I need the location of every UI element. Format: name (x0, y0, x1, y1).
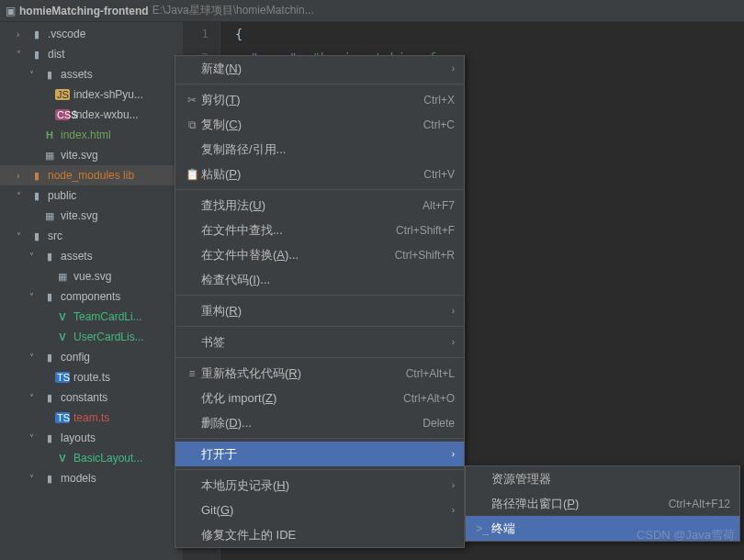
menu-label: Git(G) (201, 503, 446, 517)
tree-item[interactable]: ▦vite.svg (0, 206, 183, 226)
tree-item[interactable]: ˅▮layouts (0, 428, 183, 448)
menu-item[interactable]: 查找用法(U)Alt+F7 (175, 193, 464, 218)
menu-item[interactable]: 在文件中查找...Ctrl+Shift+F (175, 218, 464, 242)
menu-item[interactable]: 修复文件上的 IDE (175, 522, 464, 547)
menu-label: 复制路径/引用... (201, 141, 455, 158)
tree-item[interactable]: TSteam.ts (0, 408, 183, 428)
expand-arrow-icon[interactable]: ˅ (17, 191, 29, 201)
menu-label: 书签 (201, 334, 446, 351)
tree-item[interactable]: VUserCardLis... (0, 327, 183, 347)
expand-arrow-icon[interactable]: ˅ (17, 231, 29, 241)
expand-arrow-icon[interactable]: › (17, 29, 29, 39)
menu-item[interactable]: ✂剪切(T)Ctrl+X (175, 87, 464, 112)
menu-item[interactable]: 打开于› (175, 442, 464, 466)
project-title: homieMatching-frontend (19, 5, 149, 17)
menu-item[interactable]: 书签› (175, 330, 464, 354)
tree-item-label: index.html (61, 129, 111, 141)
tree-item-label: src (48, 230, 62, 242)
tree-item[interactable]: ˅▮dist (0, 44, 183, 64)
menu-shortcut: Alt+F7 (423, 199, 455, 212)
submenu-item[interactable]: 路径弹出窗口(P)Ctrl+Alt+F12 (466, 491, 739, 516)
menu-item[interactable]: 新建(N)› (175, 56, 464, 81)
folder-icon: ▣ (6, 5, 16, 17)
tree-item-label: models (61, 472, 96, 485)
tree-item[interactable]: ›▮node_modules lib (0, 165, 183, 185)
menu-item[interactable]: 重构(R)› (175, 298, 464, 323)
menu-label: 优化 import(Z) (201, 390, 403, 407)
menu-label: 粘贴(P) (201, 166, 423, 183)
menu-shortcut: Ctrl+Alt+L (406, 367, 455, 380)
expand-arrow-icon[interactable]: ˅ (29, 433, 42, 443)
menu-label: 重新格式化代码(R) (201, 365, 406, 382)
submenu-arrow-icon: › (452, 505, 455, 515)
tree-item-label: constants (61, 391, 107, 404)
tree-item[interactable]: ˅▮public (0, 185, 183, 206)
menu-item[interactable]: 📋粘贴(P)Ctrl+V (175, 162, 464, 186)
menu-item[interactable]: 优化 import(Z)Ctrl+Alt+O (175, 386, 464, 410)
tree-item-label: layouts (61, 431, 96, 444)
tree-item[interactable]: ˅▮components (0, 286, 183, 307)
tree-item[interactable]: TSroute.ts (0, 367, 183, 387)
tree-item[interactable]: ˅▮models (0, 468, 183, 488)
tree-item-label: dist (48, 48, 65, 61)
menu-shortcut: Ctrl+X (423, 94, 455, 106)
tree-item[interactable]: ˅▮config (0, 347, 183, 367)
tree-item-label: index-shPyu... (73, 88, 143, 101)
menu-icon: 📋 (183, 168, 201, 181)
tree-item[interactable]: ›▮.vscode (0, 24, 183, 44)
tree-item[interactable]: ▦vue.svg (0, 266, 183, 286)
expand-arrow-icon[interactable]: ˅ (29, 292, 42, 302)
project-header: ▣ homieMatching-frontend E:\Java星球项目\hom… (0, 0, 744, 22)
submenu-arrow-icon: › (452, 337, 455, 347)
expand-arrow-icon[interactable]: ˅ (29, 474, 42, 484)
context-menu[interactable]: 新建(N)›✂剪切(T)Ctrl+X⧉复制(C)Ctrl+C复制路径/引用...… (175, 55, 465, 548)
submenu-arrow-icon: › (452, 480, 455, 490)
tree-item-label: assets (61, 68, 93, 81)
tree-item-label: components (61, 290, 120, 303)
tree-item[interactable]: JSindex-shPyu... (0, 84, 183, 105)
menu-item[interactable]: Git(G)› (175, 498, 464, 522)
expand-arrow-icon[interactable]: ˅ (29, 353, 42, 363)
expand-arrow-icon[interactable]: ˅ (29, 393, 42, 403)
tree-item[interactable]: ▦vite.svg (0, 145, 183, 165)
tree-item[interactable]: Hindex.html (0, 125, 183, 145)
tree-item-label: vue.svg (73, 270, 111, 283)
tree-item[interactable]: ˅▮constants (0, 387, 183, 408)
menu-shortcut: Ctrl+V (423, 168, 455, 181)
menu-label: 检查代码(I)... (201, 272, 455, 288)
menu-label: 资源管理器 (491, 471, 730, 487)
expand-arrow-icon[interactable]: ˅ (17, 50, 29, 60)
submenu-arrow-icon: › (452, 63, 455, 73)
menu-label: 在文件中替换(A)... (201, 247, 395, 263)
expand-arrow-icon[interactable]: ˅ (29, 70, 42, 80)
menu-item[interactable]: 在文件中替换(A)...Ctrl+Shift+R (175, 242, 464, 267)
tree-item[interactable]: ˅▮assets (0, 64, 183, 84)
menu-shortcut: Ctrl+Alt+F12 (669, 498, 730, 510)
menu-shortcut: Ctrl+Alt+O (403, 392, 455, 405)
menu-label: 打开于 (201, 446, 446, 463)
menu-icon: >_ (473, 522, 491, 535)
tree-item-label: vite.svg (61, 149, 98, 162)
menu-item[interactable]: ≡重新格式化代码(R)Ctrl+Alt+L (175, 361, 464, 386)
menu-item[interactable]: 复制路径/引用... (175, 137, 464, 162)
project-tree[interactable]: ›▮.vscode˅▮dist˅▮assetsJSindex-shPyu...C… (0, 22, 184, 560)
tree-item[interactable]: CSSindex-wxbu... (0, 105, 183, 125)
tree-item[interactable]: ˅▮assets (0, 246, 183, 266)
tree-item-label: vite.svg (61, 209, 98, 222)
expand-arrow-icon[interactable]: ˅ (29, 252, 42, 262)
menu-item[interactable]: 检查代码(I)... (175, 267, 464, 292)
expand-arrow-icon[interactable]: › (17, 171, 29, 181)
menu-item[interactable]: ⧉复制(C)Ctrl+C (175, 112, 464, 137)
menu-label: 修复文件上的 IDE (201, 527, 455, 543)
menu-label: 复制(C) (201, 117, 423, 133)
tree-item[interactable]: VTeamCardLi... (0, 307, 183, 327)
menu-item[interactable]: 删除(D)...Delete (175, 410, 464, 435)
tree-item[interactable]: ˅▮src (0, 226, 183, 246)
tree-item[interactable]: VBasicLayout... (0, 448, 183, 468)
tree-item-label: route.ts (73, 371, 110, 384)
menu-shortcut: Ctrl+Shift+R (395, 249, 455, 262)
menu-label: 本地历史记录(H) (201, 477, 446, 494)
watermark: CSDN @Java雪荷 (637, 527, 735, 543)
submenu-item[interactable]: 资源管理器 (466, 466, 739, 491)
menu-item[interactable]: 本地历史记录(H)› (175, 473, 464, 498)
